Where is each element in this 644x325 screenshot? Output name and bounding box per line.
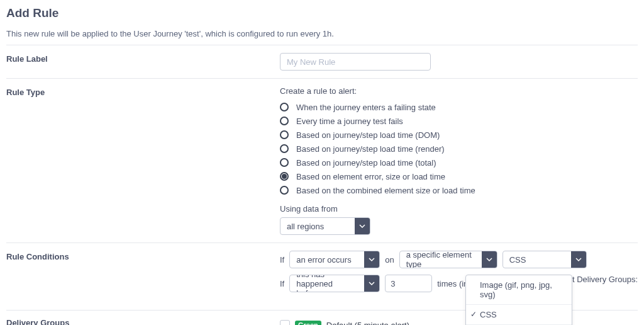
chevron-down-icon (364, 275, 379, 292)
radio-icon (280, 186, 289, 195)
chevron-down-icon (482, 251, 497, 268)
rule-type-option[interactable]: When the journey enters a failing state (280, 101, 638, 113)
rule-type-intro: Create a rule to alert: (280, 86, 638, 96)
rule-type-option-label: Based on journey/step load time (render) (296, 144, 445, 154)
dropdown-item[interactable]: ✓CSS (466, 304, 572, 324)
condition-select-2[interactable]: a specific element type (399, 251, 497, 268)
rule-type-option[interactable]: Every time a journey test fails (280, 115, 638, 127)
condition-select-4[interactable]: this has happened before (289, 275, 380, 292)
rule-label-input[interactable] (280, 53, 431, 71)
delivery-group-row: GreenDefault (5 minute alert) (280, 318, 638, 325)
radio-icon (280, 172, 289, 181)
delivery-groups-heading: Delivery Groups (6, 318, 280, 325)
rule-type-option-label: Based on element error, size or load tim… (296, 172, 445, 181)
times-count-input[interactable] (385, 275, 432, 292)
element-type-dropdown[interactable]: Image (gif, png, jpg, svg)✓CSSJavascript… (465, 275, 572, 325)
rule-label-heading: Rule Label (6, 53, 280, 71)
rule-type-heading: Rule Type (6, 86, 280, 235)
rule-type-option-label: When the journey enters a failing state (296, 103, 436, 112)
chevron-down-icon (364, 251, 379, 268)
page-subhead: This new rule will be applied to the Use… (6, 29, 638, 38)
section-rule-label: Rule Label (6, 45, 638, 78)
delivery-group-checkbox[interactable] (280, 320, 290, 325)
rule-type-option-label: Based on journey/step load time (DOM) (296, 130, 440, 140)
check-icon: ✓ (470, 310, 477, 319)
radio-icon (280, 103, 289, 111)
radio-icon (280, 130, 289, 139)
chevron-down-icon (571, 251, 586, 268)
radio-icon (280, 144, 289, 153)
rule-type-option-label: Based on the combined element size or lo… (296, 186, 475, 195)
on-label: on (385, 255, 394, 265)
rule-type-option[interactable]: Based on journey/step load time (render) (280, 142, 638, 155)
rule-type-option-label: Based on journey/step load time (total) (296, 158, 436, 168)
page-title: Add Rule (6, 6, 638, 20)
rule-type-option[interactable]: Based on journey/step load time (total) (280, 156, 638, 169)
chevron-down-icon (355, 218, 370, 234)
rule-type-option[interactable]: Based on journey/step load time (DOM) (280, 128, 638, 141)
rule-type-option-label: Every time a journey test fails (296, 117, 403, 126)
using-data-label: Using data from (280, 204, 638, 214)
delivery-group-label: Default (5 minute alert) (326, 321, 409, 326)
rule-conditions-heading: Rule Conditions (6, 251, 280, 299)
condition-select-3[interactable]: CSS (502, 251, 587, 268)
delivery-group-badge: Green (295, 321, 321, 325)
dropdown-item[interactable]: Image (gif, png, jpg, svg) (466, 275, 572, 304)
section-rule-type: Rule Type Create a rule to alert: When t… (6, 79, 638, 242)
using-data-value: all regions (280, 218, 355, 234)
rule-type-option[interactable]: Based on element error, size or load tim… (280, 170, 638, 183)
section-rule-conditions: Rule Conditions If an error occurs on a … (6, 243, 638, 310)
if-label: If (280, 255, 284, 265)
rule-type-option[interactable]: Based on the combined element size or lo… (280, 184, 638, 197)
radio-icon (280, 158, 289, 167)
using-data-select[interactable]: all regions (280, 217, 370, 235)
condition-select-1[interactable]: an error occurs (289, 251, 380, 268)
if-label-2: If (280, 279, 284, 288)
radio-icon (280, 117, 289, 125)
